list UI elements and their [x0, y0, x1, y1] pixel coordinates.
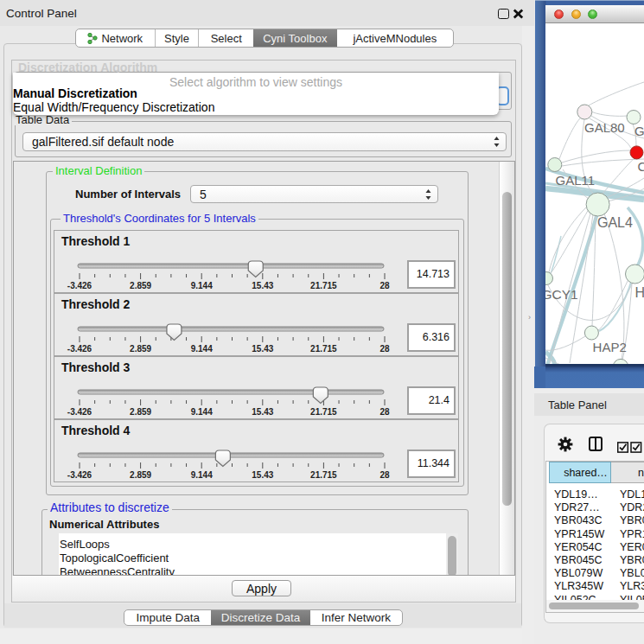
svg-text:GCY1: GCY1: [545, 287, 578, 302]
svg-text:GA: GA: [634, 124, 644, 138]
svg-text:21.715: 21.715: [310, 344, 337, 354]
svg-text:GAL80: GAL80: [584, 120, 625, 135]
svg-text:H: H: [635, 285, 644, 300]
svg-text:9.144: 9.144: [191, 281, 213, 290]
svg-text:28: 28: [379, 281, 390, 290]
svg-text:15.43: 15.43: [252, 407, 273, 417]
svg-text:-3.426: -3.426: [67, 470, 92, 480]
svg-text:GAL11: GAL11: [556, 173, 596, 188]
svg-text:2.859: 2.859: [130, 470, 151, 480]
svg-text:9.144: 9.144: [191, 344, 213, 354]
svg-text:28: 28: [379, 470, 390, 480]
svg-text:21.715: 21.715: [310, 470, 337, 480]
svg-text:-3.426: -3.426: [67, 407, 92, 417]
svg-text:28: 28: [379, 344, 390, 354]
svg-text:2.859: 2.859: [130, 281, 151, 290]
svg-text:9.144: 9.144: [191, 407, 213, 417]
svg-text:-3.426: -3.426: [67, 281, 92, 290]
svg-text:GAL4: GAL4: [597, 215, 633, 230]
svg-text:C: C: [638, 159, 644, 174]
svg-text:21.715: 21.715: [310, 407, 337, 417]
svg-text:28: 28: [379, 407, 390, 417]
svg-text:2.859: 2.859: [130, 407, 151, 417]
svg-text:9.144: 9.144: [191, 470, 213, 480]
svg-text:HAP2: HAP2: [593, 340, 627, 354]
svg-text:15.43: 15.43: [252, 281, 273, 290]
svg-text:2.859: 2.859: [130, 344, 151, 354]
svg-text:15.43: 15.43: [252, 470, 273, 480]
svg-text:21.715: 21.715: [310, 281, 337, 290]
svg-text:-3.426: -3.426: [67, 344, 92, 354]
svg-text:15.43: 15.43: [252, 344, 273, 354]
